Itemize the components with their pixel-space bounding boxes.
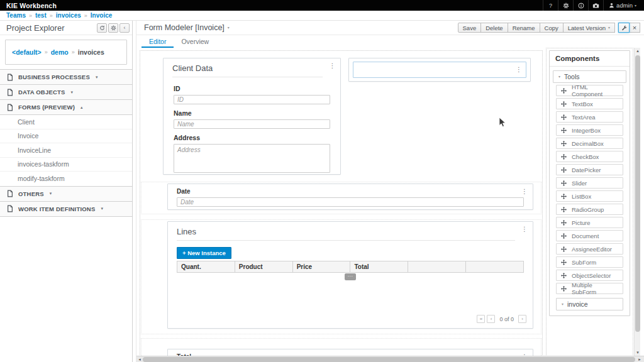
breadcrumb-test[interactable]: test [35,12,47,19]
component-datepicker[interactable]: DatePicker [556,164,623,175]
section-data-objects[interactable]: DATA OBJECTS ▾ [0,85,132,100]
move-icon [561,233,567,239]
component-objectselector[interactable]: ObjectSelector [556,270,623,281]
first-page-button[interactable]: « [477,315,485,323]
move-icon [561,260,567,265]
form-item-invoice[interactable]: Invoice [0,129,132,144]
save-button[interactable]: Save [458,23,482,33]
component-checkbox[interactable]: CheckBox [556,151,623,162]
empty-layout-cell[interactable]: ⋮ [348,58,531,82]
vertical-scrollbar[interactable]: ▴ ▾ [634,48,640,356]
chevron-down-icon: ▾ [71,90,74,95]
address-field-label: Address [174,134,330,141]
user-icon [609,3,614,8]
breadcrumb-separator: » [29,13,32,19]
kebab-menu-icon[interactable]: ⋮ [521,226,528,233]
camera-icon[interactable] [588,0,603,11]
component-slider[interactable]: Slider [556,177,623,189]
rename-button[interactable]: Rename [508,23,540,33]
section-business-processes[interactable]: BUSINESS PROCESSES ▾ [0,70,132,85]
form-item-modify-taskform[interactable]: modify-taskform [0,172,132,186]
path-default-link[interactable]: <default> [12,48,42,56]
component-assigneeeditor[interactable]: AssigneeEditor [556,243,623,255]
move-icon [561,194,567,199]
path-separator: » [72,49,75,55]
prev-page-button[interactable]: ‹ [487,315,495,323]
move-icon [561,101,567,107]
scroll-right-arrow[interactable]: ▸ [636,356,643,362]
section-others[interactable]: OTHERS ▾ [0,187,132,202]
form-modeler-panel: Form Modeler [Invoice] ▾ Save Delete Ren… [136,21,644,362]
project-explorer-title: Project Explorer [6,23,64,33]
scroll-up-arrow[interactable]: ▴ [635,48,641,54]
forms-icon [6,104,14,111]
copy-button[interactable]: Copy [540,23,564,33]
forms-list: Client Invoice InvoiceLine invoices-task… [0,115,132,187]
breadcrumb-teams[interactable]: Teams [6,12,26,19]
section-forms-preview[interactable]: FORMS (PREVIEW) ▴ [0,100,132,115]
kebab-menu-icon[interactable]: ⋮ [521,189,528,195]
component-subform[interactable]: SubForm [556,256,623,268]
delete-button[interactable]: Delete [480,23,508,33]
refresh-button[interactable] [97,23,107,33]
help-icon[interactable]: ? [543,0,558,11]
date-field-input[interactable] [177,197,524,207]
component-integerbox[interactable]: IntegerBox [556,124,623,136]
tab-editor[interactable]: Editor [142,36,174,48]
component-picture[interactable]: Picture [556,217,623,228]
address-field-textarea[interactable] [174,144,330,173]
collapse-panel-button[interactable]: ‹ [119,23,130,33]
user-menu[interactable]: admin ▾ [603,0,639,11]
info-icon[interactable] [573,0,588,11]
chevron-up-icon: ▴ [80,105,83,110]
move-icon [561,246,567,252]
lines-group[interactable]: ⋮ Lines + New Instance Quant. Product Pr… [167,221,533,329]
editor-title[interactable]: Form Modeler [Invoice] ▾ [144,23,230,32]
move-icon [561,286,567,292]
form-item-invoiceline[interactable]: InvoiceLine [0,143,132,158]
component-decimalbox[interactable]: DecimalBox [556,138,623,149]
explorer-settings-button[interactable] [108,23,118,33]
component-multiple-subform[interactable]: Multiple SubForm [556,283,623,294]
id-field-label: ID [174,85,330,92]
wrench-button[interactable] [618,23,630,33]
gear-icon[interactable] [558,0,573,11]
tab-overview[interactable]: Overview [174,36,216,48]
path-demo-link[interactable]: demo [51,48,69,56]
name-field-input[interactable] [174,119,330,129]
component-html-component[interactable]: HTML Component [556,85,623,96]
breadcrumb-invoices[interactable]: invoices [56,12,81,19]
form-canvas[interactable]: ⋮ Client Data ID Name Address [140,50,543,356]
scroll-down-arrow[interactable]: ▾ [635,349,641,356]
horizontal-scrollbar-thumb[interactable] [143,357,635,362]
date-field-widget[interactable]: ⋮ Date [167,184,533,210]
drag-handle[interactable]: ⋯ [345,273,356,280]
component-radiogroup[interactable]: RadioGroup [556,204,623,215]
tools-accordion[interactable]: ▾ Tools [553,70,626,83]
version-dropdown[interactable]: Latest Version ▾ [563,23,615,33]
move-icon [561,273,567,278]
component-textarea[interactable]: TextArea [556,111,623,123]
component-document[interactable]: Document [556,230,623,241]
form-item-client[interactable]: Client [0,115,132,129]
component-textbox[interactable]: TextBox [556,98,623,109]
invoice-accordion[interactable]: ▾ invoice [556,298,623,310]
next-page-button[interactable]: › [518,315,526,323]
new-instance-button[interactable]: + New Instance [177,247,231,259]
kebab-menu-icon[interactable]: ⋮ [329,63,335,69]
component-listbox[interactable]: ListBox [556,190,623,202]
kebab-menu-icon[interactable]: ⋮ [516,67,522,73]
breadcrumb-invoice[interactable]: Invoice [91,12,112,19]
chevron-down-icon: ▾ [562,302,564,306]
close-editor-button[interactable]: × [629,23,640,33]
drop-zone[interactable]: ⋮ [353,62,526,78]
chevron-down-icon: ▾ [50,191,52,196]
client-data-group[interactable]: ⋮ Client Data ID Name Address [163,58,341,175]
vertical-scrollbar-thumb[interactable] [635,55,640,332]
name-field-label: Name [174,109,330,117]
scroll-left-arrow[interactable]: ◂ [136,356,143,362]
id-field-input[interactable] [174,95,330,104]
horizontal-scrollbar[interactable]: ◂ ▸ [136,356,644,362]
form-item-invoices-taskform[interactable]: invoices-taskform [0,158,132,172]
section-work-item-definitions[interactable]: WORK ITEM DEFINITIONS ▾ [0,202,132,217]
